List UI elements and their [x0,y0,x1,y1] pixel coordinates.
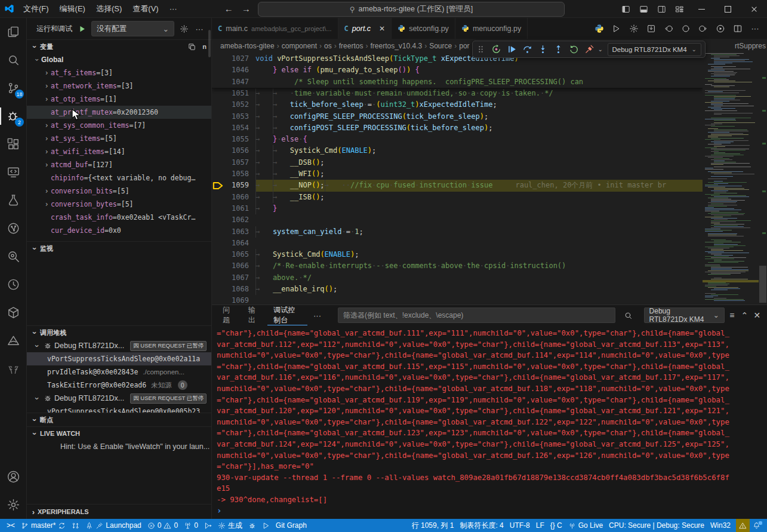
code-line-1060[interactable]: 1060→→__ISB(); [212,192,767,203]
sidebar-scrollbar[interactable] [208,30,211,57]
status-go-live[interactable]: Go Live [565,519,606,532]
console-filter-input[interactable]: 筛选器(例如 text、!exclude、\escape) [338,307,615,323]
variable-row-chipinfo[interactable]: chipinfo = {<text variable, no debug… [27,171,211,184]
status-platform[interactable]: Win32 [707,519,734,532]
activity-search[interactable] [0,46,26,74]
hex-format-icon[interactable]: n [202,43,207,50]
live-watch-section-header[interactable]: ›LIVE WATCH [27,426,211,440]
status-git-compare[interactable] [69,519,82,532]
variable-row-conversion_bits[interactable]: ›conversion_bits = [5] [27,184,211,198]
code-editor[interactable]: 1051→→·time·variable·must·remain·unmodif… [212,53,767,305]
debug-session-1[interactable]: ›Debug RTL8721Dx...因 USER REQUEST 已暂停 [27,392,211,405]
run-python-file-icon[interactable] [611,23,623,35]
stack-frame[interactable]: vPortSuppressTicksAndSleep@0x0e02a11a [27,352,211,365]
variable-row-at_fs_items[interactable]: ›at_fs_items = [3] [27,66,211,79]
stack-frame[interactable]: prvIdleTask@0x0e02843e./componen... [27,365,211,379]
minimize-button[interactable] [688,0,714,18]
code-line-1061[interactable]: 1061→} [212,203,767,214]
watch-section-header[interactable]: ›监视 [27,241,211,255]
xperipherals-section-header[interactable]: ›XPERIPHERALS [27,504,211,519]
editor-tab-main.c[interactable]: Cmain.camebadplus_gcc_project\... [212,18,338,39]
status-git-branch[interactable]: master* [18,519,69,532]
editor-settings-icon[interactable] [628,23,640,35]
status-play-item[interactable] [259,519,273,532]
code-line-1068[interactable]: 1068→__enable_irq(); [212,284,767,295]
variable-row-at_network_items[interactable]: ›at_network_items = [3] [27,79,211,93]
console-input-prompt[interactable]: › [217,506,767,516]
step-over-icon[interactable] [520,42,535,57]
code-line-1062[interactable]: 1062 [212,214,767,226]
next-change-icon[interactable] [697,23,709,35]
menu-2[interactable]: 选择(S) [91,0,127,18]
breadcrumb-item[interactable]: por [459,42,469,50]
code-line-1067[interactable]: 1067→above.·*/ [212,272,767,284]
code-line-1055[interactable]: 1055→}·else·{ [212,134,767,145]
maximize-panel-icon[interactable]: ⌃ [740,310,750,320]
change-icon[interactable] [680,23,692,35]
status-run-task[interactable] [201,519,215,532]
activity-explorer[interactable] [0,18,26,46]
editor-tab-setconfig.py[interactable]: setconfig.py [392,18,455,39]
code-line-1052[interactable]: 1052→→tick_before_sleep·=·(uint32_t)xExp… [212,99,767,110]
disconnect-icon[interactable] [583,42,597,57]
activity-extension-view-a[interactable] [0,327,26,355]
breadcrumb-item[interactable]: os [324,42,332,50]
code-line-1053[interactable]: 1053→→configPRE_SLEEP_PROCESSING(tick_be… [212,111,767,122]
breadcrumb-item[interactable]: ameba-rtos-gitee [220,42,275,50]
editor-tab-menuconfig.py[interactable]: menuconfig.py [455,18,528,39]
status-build[interactable]: 生成 [215,519,245,532]
variable-row-at_printf_mutex[interactable]: at_printf_mutex = 0x20012360 [27,106,211,119]
activity-gitlens-inspect[interactable] [0,270,26,299]
start-debugging-icon[interactable] [76,23,88,35]
status-launchpad[interactable]: Launchpad [82,519,144,532]
reset-device-icon[interactable] [489,42,504,57]
close-panel-icon[interactable]: ✕ [752,310,762,320]
tab-problems[interactable]: 问题 [217,305,240,325]
tab-debug-console[interactable]: 调试控制台 [267,305,307,325]
minimap[interactable] [703,53,759,305]
toggle-panel-icon[interactable] [634,0,652,18]
activity-extension-view-b[interactable] [0,355,26,383]
status-remote-indicator[interactable]: >< [4,519,18,532]
console-word-wrap-icon[interactable]: ≡ [727,310,737,320]
status-cursor-position[interactable]: 行 1059, 列 1 [409,519,457,532]
status-debug-item[interactable] [245,519,259,532]
install-icon[interactable] [645,23,657,35]
menu-3[interactable]: 查看(V) [127,0,164,18]
status-indentation[interactable]: 制表符长度: 4 [457,519,506,532]
variable-row-at_sys_common_items[interactable]: ›at_sys_common_items = [7] [27,119,211,132]
step-into-icon[interactable] [536,42,550,57]
editor-scrollbar[interactable] [759,53,767,305]
continue-icon[interactable] [505,42,519,57]
toggle-sidebar-icon[interactable] [617,0,634,18]
call-stack-section-header[interactable]: ›调用堆栈 [27,325,211,339]
debug-settings-gear-icon[interactable] [178,23,190,35]
menu-1[interactable]: 编辑(E) [54,0,91,18]
status-notifications[interactable] [750,519,763,532]
console-session-dropdown[interactable]: Debug RTL8721Dx KM4⌄ [644,307,725,323]
split-editor-icon[interactable] [732,23,744,35]
tab-output[interactable]: 输出 [242,305,266,325]
run-or-debug-icon[interactable] [714,23,726,35]
code-line-1056[interactable]: 1056→→Systick_Cmd(ENABLE); [212,145,767,156]
breadcrumb-item[interactable]: Source [429,42,452,50]
variable-row-at_otp_items[interactable]: ›at_otp_items = [1] [27,93,211,106]
code-line-1059[interactable]: 1059→→__NOP();→··//fix·cpu·fused·instruc… [212,180,767,191]
status-language-mode[interactable]: {} C [547,519,565,532]
activity-extensions[interactable] [0,130,26,158]
activity-run-and-debug[interactable]: 2 [0,102,26,130]
disconnect-dropdown-icon[interactable]: ⌄ [598,46,604,53]
status-encoding[interactable]: UTF-8 [507,519,533,532]
debug-config-dropdown[interactable]: 没有配置⌄ [91,21,174,36]
code-line-1065[interactable]: 1065→Systick_Cmd(ENABLE); [212,249,767,260]
command-center-search[interactable]: ⚲ ameba-rtos-gitee (工作区) [管理员] [258,2,565,17]
more-actions-icon[interactable]: ··· [193,23,205,35]
activity-git-graph[interactable] [0,214,26,242]
status-cpu-debug-secure[interactable]: CPU: Secure | Debug: Secure [606,519,707,532]
activity-gitlens[interactable] [0,242,26,270]
stack-frame[interactable]: TaskExitError@0x0e02ead6未知源0 [27,379,211,392]
variable-row-conversion_bytes[interactable]: ›conversion_bytes = [5] [27,198,211,211]
activity-package-explorer[interactable] [0,299,26,327]
python-icon[interactable] [593,23,605,35]
toggle-secondary-sidebar-icon[interactable] [652,0,670,18]
